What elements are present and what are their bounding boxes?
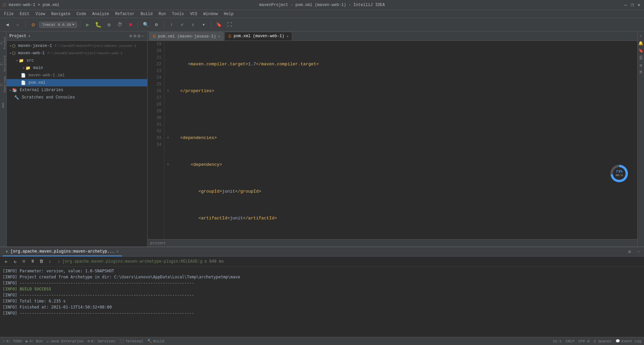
run-settings-icon[interactable]: ⚙ (627, 249, 633, 255)
code-content[interactable]: <maven.compiler.target>1.7</maven.compil… (164, 41, 637, 239)
toolbar: ◀ ▶ ⚙ Tomcat 9.0.38 ▼ ▶ 🐛 ◎ ⏱ ⏹ 🔍 ⚙ ↑ ✓ … (0, 18, 644, 31)
line-num-28: 28 (150, 101, 161, 108)
code-editor[interactable]: 19 20 21 22 23 24 25 26 27 28 29 30 31 3… (148, 41, 637, 239)
event-log-status[interactable]: 💬 Event Log (615, 339, 641, 343)
tree-item-maven-javase-1[interactable]: ▾ ⬡ maven-javase-1 F:\JavaEE\mavenProjec… (7, 42, 147, 50)
menu-run[interactable]: Run (156, 11, 169, 17)
tab-pom-web[interactable]: ☰ pom.xml (maven-web-1) ✕ (224, 32, 292, 41)
right-maven-icon[interactable]: M (638, 70, 644, 76)
run-config-icon: ⚙ (29, 20, 38, 29)
indent-status[interactable]: 2 spaces (594, 339, 611, 343)
search-everywhere-button[interactable]: 🔍 (141, 20, 150, 29)
run-status[interactable]: ▶ 4: Run (26, 339, 43, 343)
web-tool-button[interactable]: Web (0, 95, 6, 115)
menu-view[interactable]: View (33, 11, 48, 17)
run-rerun-button[interactable]: ↻ (11, 258, 19, 265)
project-close-button[interactable]: — (142, 33, 145, 39)
fold-arrow-20[interactable]: ⊖ (167, 88, 169, 94)
vcs-commit-button[interactable]: ✓ (177, 20, 187, 29)
settings-button[interactable]: ⚙ (152, 20, 161, 29)
right-bookmark-icon[interactable]: 🔖 (638, 48, 644, 54)
encoding-status[interactable]: UTF-8 (579, 339, 590, 343)
debug-button[interactable]: 🐛 (94, 20, 103, 29)
menu-help[interactable]: Help (221, 11, 236, 17)
console-output[interactable]: [INFO] Parameter: version, value: 1.0-SN… (0, 267, 644, 337)
back-button[interactable]: ◀ (3, 20, 12, 29)
tree-arrow: ▸ (9, 88, 11, 92)
close-button[interactable]: ✕ (637, 3, 641, 7)
coverage-button[interactable]: ◎ (104, 20, 114, 29)
stop-button[interactable]: ⏹ (126, 20, 135, 29)
tab-close-button[interactable]: ✕ (218, 34, 220, 39)
menu-build[interactable]: Build (138, 11, 155, 17)
right-database-icon[interactable]: 🗄 (638, 55, 644, 61)
java-enterprise-icon: ☕ (47, 339, 49, 343)
profile-button[interactable]: ⏱ (115, 20, 124, 29)
vcs-more-button[interactable]: ▾ (199, 20, 208, 29)
build-status[interactable]: 🔨 Build (147, 339, 164, 343)
menu-edit[interactable]: Edit (17, 11, 32, 17)
code-line-24: <groupId>junit</groupId> (167, 188, 635, 195)
tab-pom-javase[interactable]: ☰ pom.xml (maven-javase-1) ✕ (149, 32, 224, 41)
tree-item-iml[interactable]: 📄 maven-web-1.iml (7, 72, 147, 79)
fold-arrow-22[interactable]: ⊖ (167, 135, 169, 141)
tree-item-external-libs[interactable]: ▸ 📚 External Libraries (7, 86, 147, 94)
bookmark-button[interactable]: 🔖 (214, 20, 223, 29)
run-minimize-icon[interactable]: — (635, 249, 641, 255)
tree-item-pom-xml[interactable]: 📄 pom.xml (7, 79, 147, 86)
terminal-status[interactable]: ⬛ Terminal (119, 339, 143, 343)
expand-button[interactable]: ⛶ (225, 20, 234, 29)
menu-navigate[interactable]: Navigate (48, 11, 73, 17)
position-status[interactable]: 21:1 (553, 339, 561, 343)
project-tool-button[interactable]: 1: Project (0, 33, 6, 53)
run-pause-button[interactable]: ⏸ (29, 258, 36, 265)
run-button[interactable]: ▶ (83, 20, 92, 29)
forward-button[interactable]: ▶ (13, 20, 23, 29)
run-stop-button[interactable]: ⏹ (20, 258, 28, 265)
menu-analyze[interactable]: Analyze (90, 11, 112, 17)
menu-window[interactable]: Window (201, 11, 220, 17)
code-indent (170, 135, 180, 141)
tab-close-button[interactable]: ✕ (286, 34, 289, 39)
menu-vcs[interactable]: VCS (187, 11, 200, 17)
memory-indicator[interactable]: 73% 0K/s (610, 165, 628, 182)
tree-item-scratches[interactable]: 🔧 Scratches and Consoles (7, 94, 147, 101)
menu-refactor[interactable]: Refactor (112, 11, 137, 17)
run-start-button[interactable]: ▶ (3, 258, 10, 265)
fold-arrow-23[interactable]: ⊖ (167, 161, 169, 168)
status-right: 21:1 CRLF UTF-8 2 spaces 💬 Event Log (553, 339, 641, 343)
menu-file[interactable]: File (1, 11, 16, 17)
vcs-push-button[interactable]: ⇧ (188, 20, 198, 29)
project-expand-all-button[interactable]: ⊞ (133, 33, 136, 39)
menu-code[interactable]: Code (74, 11, 89, 17)
tree-item-maven-web-1[interactable]: ▾ ⬡ maven-web-1 F:\JavaEE\mavenProject\m… (7, 50, 147, 57)
maximize-button[interactable]: ❐ (630, 3, 635, 7)
project-dropdown-icon[interactable]: ▾ (28, 34, 30, 38)
project-locate-button[interactable]: ⊕ (129, 33, 132, 39)
project-tool-label: 1: Project (0, 33, 7, 53)
right-notifications-icon[interactable]: 🔔 (638, 40, 644, 46)
right-inspect-icon[interactable]: ✓ (638, 33, 644, 39)
services-status[interactable]: ⚙ 8: Services (88, 339, 115, 343)
vcs-update-button[interactable]: ↑ (167, 20, 176, 29)
structure-tool-button[interactable]: Z: Structure (0, 54, 6, 74)
code-line-20: ⊖ </properties> (167, 88, 635, 94)
iml-icon: 📄 (21, 73, 26, 78)
todo-status[interactable]: ✓ 6: TODO (3, 339, 22, 343)
tomcat-selector[interactable]: Tomcat 9.0.38 ▼ (39, 22, 77, 28)
run-tab-active[interactable]: ▶ [org.apache.maven.plugins:maven-archet… (3, 248, 122, 256)
minimize-button[interactable]: — (623, 3, 628, 7)
tree-item-src[interactable]: ▾ 📁 src (7, 57, 147, 64)
right-gradle-icon[interactable]: ⚙ (638, 62, 644, 68)
run-scroll-end-button[interactable]: ↓ (46, 258, 54, 265)
project-settings-button[interactable]: ⚙ (138, 33, 140, 39)
tree-item-main[interactable]: ▸ 📁 main (7, 64, 147, 72)
menu-tools[interactable]: Tools (169, 11, 187, 17)
crlf-status[interactable]: CRLF (566, 339, 574, 343)
java-enterprise-status[interactable]: ☕ Java Enterprise (47, 339, 84, 343)
favorites-tool-label: 2: Favorites (0, 74, 7, 94)
favorites-tool-button[interactable]: 2: Favorites (0, 74, 6, 94)
run-clear-button[interactable]: 🗑 (38, 258, 45, 265)
run-tab-close[interactable]: ✕ (116, 249, 119, 254)
project-panel-header: Project ▾ ⊕ ⊞ ⚙ — (7, 31, 147, 41)
